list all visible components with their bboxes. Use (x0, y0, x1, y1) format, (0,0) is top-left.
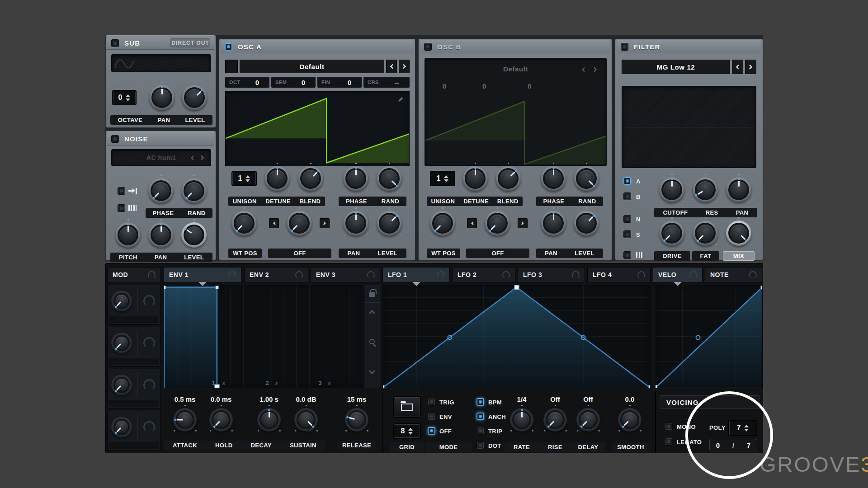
filter-prev-type-button[interactable] (732, 60, 743, 74)
osc-a-unison-stepper[interactable]: 1 (231, 171, 257, 186)
delay-value[interactable]: Off (583, 395, 593, 403)
lfo-dot-checkbox[interactable] (476, 441, 484, 449)
osc-a-off-next-button[interactable] (320, 218, 330, 228)
tab-note[interactable]: NOTE (705, 267, 762, 282)
velo-curve-handle[interactable] (696, 335, 701, 340)
pencil-icon[interactable] (397, 95, 405, 103)
velo-graph[interactable] (655, 285, 763, 388)
lfo-point-start[interactable] (382, 385, 385, 388)
osc-b-rand-knob[interactable] (574, 166, 599, 191)
env-attack-handle[interactable] (164, 286, 166, 289)
osc-a-enable-checkbox[interactable] (225, 43, 232, 51)
osc-b-phase-knob[interactable] (541, 166, 566, 191)
osc-a-level-knob[interactable] (377, 211, 402, 236)
mod-slot-3-amount-knob[interactable] (111, 375, 132, 395)
filter-enable-checkbox[interactable] (621, 43, 628, 51)
noise-level-knob[interactable] (181, 222, 207, 248)
velo-point-start[interactable] (655, 385, 657, 388)
tab-lfo3[interactable]: LFO 3 (518, 267, 585, 282)
osc-a-pan-knob[interactable] (343, 211, 368, 236)
rate-value[interactable]: 1/4 (517, 395, 527, 403)
filter-response-display[interactable] (622, 86, 756, 168)
lfo-anch-checkbox[interactable] (476, 413, 484, 420)
smooth-value[interactable]: 0.0 (625, 395, 635, 403)
tab-lfo2[interactable]: LFO 2 (452, 267, 515, 282)
lfo-trip-checkbox[interactable] (476, 427, 484, 435)
env1-graph[interactable]: 1 s 2 s 3 s (164, 285, 364, 388)
sustain-knob[interactable] (294, 408, 318, 432)
mod-slot-4[interactable] (107, 411, 161, 451)
noise-sample-display[interactable]: AC hum1 (111, 149, 211, 166)
noise-phase-knob[interactable] (148, 178, 174, 203)
release-knob[interactable] (345, 408, 368, 432)
tab-lfo4[interactable]: LFO 4 (587, 267, 651, 282)
tab-env3[interactable]: ENV 3 (311, 267, 380, 282)
rate-knob[interactable] (510, 408, 533, 432)
lfo-off-checkbox[interactable] (428, 427, 435, 435)
osc-a-blend-knob[interactable] (298, 166, 323, 191)
sub-level-knob[interactable] (182, 85, 207, 110)
osc-a-detune-knob[interactable] (264, 166, 290, 191)
noise-enable-checkbox[interactable] (111, 135, 119, 143)
velo-point-end[interactable] (760, 286, 763, 289)
lfo-curve-handle-2[interactable] (581, 335, 586, 340)
osc-b-wtpos-knob[interactable] (430, 211, 455, 236)
osc-b-enable-checkbox[interactable] (424, 43, 432, 51)
filter-route-a-checkbox[interactable] (623, 177, 631, 185)
noise-pan-knob[interactable] (148, 222, 174, 248)
lfo-grid-stepper[interactable]: 8 (393, 423, 421, 439)
filter-next-type-button[interactable] (745, 60, 756, 74)
noise-keytrack-checkbox[interactable] (118, 204, 125, 212)
mod-slot-1[interactable] (107, 285, 161, 325)
noise-prev-icon[interactable] (190, 155, 195, 160)
filter-cutoff-knob[interactable] (659, 177, 684, 202)
sub-pan-knob[interactable] (149, 85, 175, 110)
filter-route-s-checkbox[interactable] (623, 230, 631, 238)
filter-res-knob[interactable] (693, 177, 718, 202)
attack-knob[interactable] (173, 408, 197, 432)
legato-checkbox[interactable] (665, 438, 673, 446)
osc-a-oct-field[interactable]: OCT0 (225, 77, 269, 88)
hold-value[interactable]: 0.0 ms (211, 395, 232, 403)
delay-knob[interactable] (576, 408, 600, 432)
mod-slot-2[interactable] (107, 327, 161, 367)
smooth-knob[interactable] (618, 408, 642, 432)
lfo-env-checkbox[interactable] (428, 413, 435, 420)
env-release-handle[interactable] (214, 384, 219, 388)
osc-b-off-prev-button[interactable] (467, 218, 477, 228)
filter-route-b-checkbox[interactable] (623, 192, 631, 200)
lock-button[interactable] (364, 285, 380, 303)
mod-slot-1-amount-knob[interactable] (111, 291, 132, 311)
osc-a-fin-field[interactable]: FIN0 (317, 77, 362, 88)
env-decay-handle[interactable] (215, 286, 219, 289)
noise-pitch-knob[interactable] (115, 222, 141, 248)
sub-wave-display[interactable] (111, 54, 211, 72)
osc-b-off-knob[interactable] (485, 211, 510, 236)
sub-enable-checkbox[interactable] (111, 39, 119, 47)
stepper-arrows[interactable] (126, 94, 130, 101)
osc-a-wave-display[interactable] (225, 91, 410, 166)
noise-rand-knob[interactable] (181, 178, 207, 203)
osc-a-off-knob[interactable] (287, 211, 312, 236)
osc-a-wt-edit-button[interactable] (225, 60, 238, 73)
mono-checkbox[interactable] (665, 422, 673, 430)
decay-knob[interactable] (257, 408, 281, 432)
mod-slot-3[interactable] (107, 369, 161, 409)
filter-keytrack-checkbox[interactable] (623, 251, 631, 259)
osc-a-crs-field[interactable]: CRS-- (363, 77, 410, 88)
osc-a-wavetable-select[interactable]: Default (240, 60, 384, 73)
noise-oneshot-checkbox[interactable] (118, 187, 125, 195)
release-value[interactable]: 15 ms (347, 395, 367, 403)
lfo-point-end[interactable] (648, 385, 651, 388)
tab-lfo1[interactable]: LFO 1 (382, 267, 450, 282)
sub-octave-stepper[interactable]: 0 (112, 90, 137, 105)
hold-knob[interactable] (209, 408, 233, 432)
lfo1-graph[interactable] (382, 285, 651, 388)
filter-type-select[interactable]: MG Low 12 (622, 60, 730, 74)
filter-pan-knob[interactable] (726, 177, 751, 202)
osc-b-blend-knob[interactable] (495, 166, 521, 191)
mod-slot-2-amount-knob[interactable] (111, 333, 132, 353)
decay-value[interactable]: 1.00 s (259, 395, 278, 403)
filter-fat-knob[interactable] (693, 221, 718, 246)
osc-b-display[interactable]: Default 0 0 0 (425, 58, 607, 166)
